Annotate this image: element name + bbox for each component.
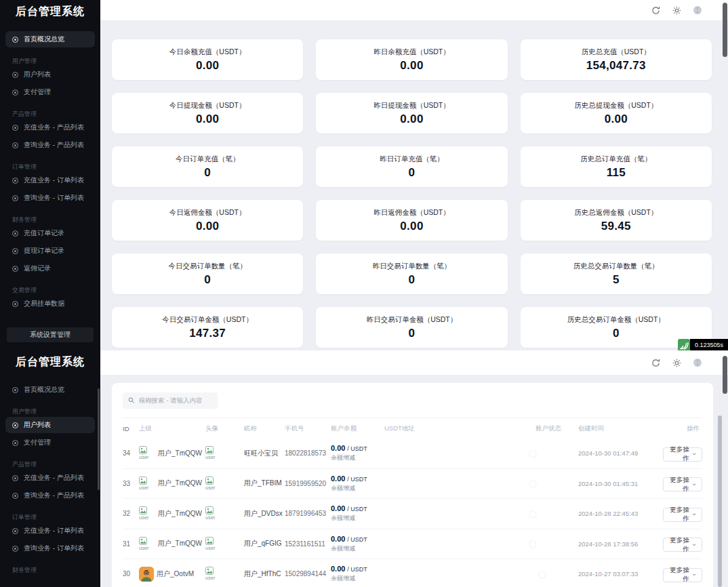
- circle-dot-icon: [12, 142, 18, 148]
- sidebar-item-rebate-records[interactable]: 返佣记录: [5, 260, 95, 277]
- sidebar-item-user-list[interactable]: 用户列表: [5, 417, 95, 433]
- sun-icon[interactable]: [672, 5, 681, 15]
- sidebar-item-withdraw-records[interactable]: 提现订单记录: [5, 243, 95, 259]
- sidebar-item-overview[interactable]: 首页概况总览: [5, 382, 95, 398]
- search-box[interactable]: [123, 392, 218, 409]
- balance-adjust-link[interactable]: 余额增减: [331, 484, 384, 493]
- broken-image-icon: user: [205, 537, 222, 551]
- column-header-id[interactable]: ID: [123, 425, 139, 432]
- cell-action: 更多操作: [663, 506, 702, 522]
- balance-adjust-link[interactable]: 余额增减: [331, 544, 384, 553]
- circle-dot-icon: [12, 301, 18, 307]
- stat-value: 115: [607, 166, 626, 180]
- more-actions-label: 更多操作: [669, 476, 689, 493]
- column-header-phone[interactable]: 手机号: [285, 424, 331, 433]
- cell-id: 34: [123, 449, 139, 457]
- stat-value: 0: [409, 273, 416, 287]
- table-row: 31 user 用户_TmQQW user 用户_qFGIG 152311615…: [123, 529, 702, 560]
- stat-card-total-recharge: 历史总充值（USDT） 154,047.73: [521, 39, 712, 80]
- balance-unit: / USDT: [347, 566, 367, 573]
- stat-label: 今日提现金额（USDT）: [169, 101, 246, 110]
- stat-value: 0.00: [605, 113, 628, 126]
- sidebar-item-query-orders[interactable]: 查询业务 - 订单列表: [5, 190, 95, 206]
- broken-image-alt: user: [205, 485, 216, 491]
- debug-timer-badge[interactable]: 0.123505s: [678, 339, 728, 350]
- sidebar-menu: 首页概况总览 用户管理 用户列表 支付管理 产品管理 充值业务 - 产品列表 查…: [0, 20, 100, 312]
- stats-grid: 今日余额充值（USDT） 0.00 昨日余额充值（USDT） 0.00 历史总充…: [100, 20, 728, 348]
- topbar: [100, 350, 728, 375]
- sidebar-item-label: 支付管理: [24, 87, 51, 97]
- sidebar-scrollbar-thumb[interactable]: [98, 388, 100, 490]
- app-title: 后台管理系统: [0, 0, 100, 20]
- column-header-usdt-address[interactable]: USDT地址: [384, 424, 535, 433]
- user-list-view: 后台管理系统 首页概况总览 用户管理 用户列表 支付管理 产品管理 充值业务 -…: [0, 350, 728, 587]
- sidebar-item-recharge-records[interactable]: 充值订单记录: [5, 225, 95, 241]
- column-header-created[interactable]: 创建时间: [578, 424, 663, 433]
- stat-card-yesterday-rebate: 昨日返佣金额（USDT） 0.00: [316, 200, 507, 241]
- system-settings-button[interactable]: 系统设置管理: [7, 327, 94, 342]
- sidebar-item-overview[interactable]: 首页概况总览: [5, 31, 95, 47]
- sidebar-item-label: 充值订单记录: [24, 228, 64, 238]
- column-header-nickname[interactable]: 昵称: [244, 424, 285, 433]
- column-header-avatar[interactable]: 头像: [205, 424, 244, 433]
- scrollbar-thumb[interactable]: [723, 356, 727, 394]
- more-actions-button[interactable]: 更多操作: [663, 508, 702, 522]
- sidebar-item-label: 查询业务 - 产品列表: [24, 491, 84, 500]
- search-input[interactable]: [139, 397, 212, 404]
- sidebar-item-recharge-orders[interactable]: 充值业务 - 订单列表: [5, 523, 95, 539]
- table-row: 34 user 用户_TmQQW user 旺旺小宝贝 18022818573 …: [123, 439, 702, 469]
- cell-nickname: 用户_qFGIG: [244, 539, 285, 548]
- stat-value: 59.45: [601, 220, 631, 233]
- globe-icon[interactable]: [693, 5, 702, 15]
- sidebar-item-query-orders[interactable]: 查询业务 - 订单列表: [5, 540, 95, 556]
- sidebar-item-payment[interactable]: 支付管理: [5, 434, 95, 451]
- sidebar-section-products: 产品管理: [5, 460, 95, 468]
- sidebar-item-query-products[interactable]: 查询业务 - 产品列表: [5, 487, 95, 504]
- chevron-down-icon: [692, 542, 696, 548]
- table-row: 33 user 用户_TmQQW user 用户_TFBIM 159199595…: [123, 469, 702, 500]
- sidebar-item-user-list[interactable]: 用户列表: [5, 66, 95, 83]
- sidebar-item-recharge-products[interactable]: 充值业务 - 产品列表: [5, 119, 95, 136]
- refresh-icon[interactable]: [651, 358, 660, 367]
- sidebar-section-finance: 财务管理: [5, 566, 95, 574]
- scrollbar-thumb[interactable]: [723, 3, 727, 57]
- balance-adjust-link[interactable]: 余额增减: [331, 514, 384, 523]
- more-actions-button[interactable]: 更多操作: [663, 477, 702, 491]
- sidebar-item-recharge-orders[interactable]: 充值业务 - 订单列表: [5, 172, 95, 188]
- more-actions-button[interactable]: 更多操作: [663, 568, 702, 582]
- stat-label: 历史总充值（USDT）: [582, 47, 651, 57]
- cell-action: 更多操作: [663, 566, 702, 582]
- balance-adjust-link[interactable]: 余额增减: [331, 453, 384, 462]
- column-header-action[interactable]: 操作: [663, 424, 702, 433]
- stat-value: 154,047.73: [586, 59, 646, 73]
- sidebar-item-trade-orders[interactable]: 交易挂单数据: [5, 296, 95, 312]
- more-actions-button[interactable]: 更多操作: [663, 538, 702, 552]
- sidebar-item-payment[interactable]: 支付管理: [5, 84, 95, 100]
- column-header-parent[interactable]: 上级: [139, 424, 205, 433]
- broken-image-alt: user: [205, 515, 216, 521]
- column-header-status[interactable]: 账户状态: [535, 424, 578, 433]
- parent-name: 用户_TmQQW: [158, 509, 202, 519]
- cell-id: 33: [123, 480, 139, 487]
- stat-label: 今日余额充值（USDT）: [169, 47, 246, 57]
- more-actions-label: 更多操作: [669, 566, 689, 584]
- sidebar-item-recharge-products[interactable]: 充值业务 - 产品列表: [5, 470, 95, 486]
- parent-name: 用户_OotvM: [157, 569, 194, 579]
- user-table-card: ID 上级 头像 昵称 手机号 账户余额 USDT地址 账户状态 创建时间 操作…: [112, 383, 713, 587]
- sidebar-item-label: 返佣记录: [24, 264, 51, 273]
- refresh-icon[interactable]: [651, 5, 660, 15]
- more-actions-button[interactable]: 更多操作: [663, 447, 702, 462]
- content-scrollbar-thumb[interactable]: [718, 416, 722, 587]
- column-header-balance[interactable]: 账户余额: [331, 424, 384, 433]
- sidebar-section-orders: 订单管理: [5, 163, 95, 171]
- circle-dot-icon: [12, 475, 18, 481]
- stat-card-today-withdraw: 今日提现金额（USDT） 0.00: [112, 93, 303, 134]
- balance-adjust-link[interactable]: 余额增减: [331, 574, 384, 583]
- sidebar-item-query-products[interactable]: 查询业务 - 产品列表: [5, 137, 95, 153]
- circle-dot-icon: [12, 440, 18, 446]
- stat-card-yesterday-balance-recharge: 昨日余额充值（USDT） 0.00: [316, 39, 507, 80]
- globe-icon[interactable]: [693, 358, 702, 367]
- stat-label: 昨日订单充值（笔）: [380, 155, 444, 164]
- sun-icon[interactable]: [672, 358, 681, 367]
- stat-value: 0: [409, 166, 416, 180]
